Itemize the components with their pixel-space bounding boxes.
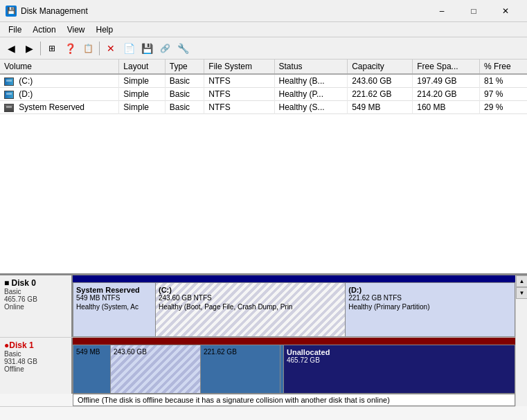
cell-capacity: 221.62 GB (348, 88, 413, 101)
disk-0-row: ■ Disk 0 Basic 465.76 GB Online System R… (0, 275, 515, 338)
part-status: Healthy (Primary Partition) (348, 303, 512, 311)
back-button[interactable]: ◀ (3, 40, 19, 57)
scroll-up-button[interactable]: ▲ (516, 275, 527, 287)
part-name: (C:) (159, 286, 342, 294)
part-info: 549 MB (76, 348, 107, 356)
cell-pct: 97 % (480, 88, 528, 101)
partition-c[interactable]: (C:) 243.60 GB NTFS Healthy (Boot, Page … (156, 282, 346, 337)
menu-action[interactable]: Action (27, 24, 61, 36)
cell-pct: 81 % (480, 74, 528, 88)
part-info: 221.62 GB (204, 348, 277, 356)
partition-d1-p3[interactable]: 221.62 GB (201, 345, 280, 394)
part-status: Healthy (System, Ac (76, 303, 152, 311)
part-name: System Reserved (76, 286, 152, 294)
cell-layout: Simple (119, 88, 165, 101)
volume-icon (4, 91, 14, 99)
link-button[interactable]: 🔗 (157, 40, 173, 57)
table-row[interactable]: (D:) Simple Basic NTFS Healthy (P... 221… (0, 88, 527, 101)
partition-d[interactable]: (D:) 221.62 GB NTFS Healthy (Primary Par… (346, 282, 515, 337)
toolbar: ◀ ▶ ⊞ ❓ 📋 ✕ 📄 💾 🔗 🔧 (0, 37, 527, 60)
disk-1-bar (73, 338, 515, 345)
properties-button[interactable]: 📋 (80, 40, 96, 57)
cell-type: Basic (165, 88, 204, 101)
view-button[interactable]: ⊞ (44, 40, 60, 57)
part-name: (D:) (348, 286, 512, 294)
disk-0-size: 465.76 GB (4, 295, 67, 303)
col-capacity[interactable]: Capacity (348, 60, 413, 74)
cell-volume: System Reserved (0, 101, 119, 114)
part-info: 221.62 GB NTFS (348, 294, 512, 302)
partition-d1-unallocated[interactable]: Unallocated 465.72 GB (284, 345, 515, 394)
cell-fs: NTFS (204, 101, 274, 114)
volume-table-area: Volume Layout Type File System Status Ca… (0, 60, 527, 275)
separator-1 (40, 42, 41, 55)
disk-0-type: Basic (4, 288, 67, 295)
volume-icon (4, 104, 14, 112)
disk-0-parts-row: System Reserved 549 MB NTFS Healthy (Sys… (73, 282, 515, 337)
disk-0-label: ■ Disk 0 Basic 465.76 GB Online (0, 275, 73, 337)
col-pctfree[interactable]: % Free (480, 60, 528, 74)
disk-1-partitions: 549 MB 243.60 GB 221.62 GB Unall (73, 338, 515, 394)
part-info: 243.60 GB (114, 348, 197, 356)
title-bar: 💾 Disk Management – □ ✕ (0, 0, 527, 22)
disk-1-parts-row: 549 MB 243.60 GB 221.62 GB Unall (73, 345, 515, 394)
main-content: Volume Layout Type File System Status Ca… (0, 60, 527, 420)
partition-d1-p1[interactable]: 549 MB (73, 345, 111, 394)
new-button[interactable]: 📄 (120, 40, 137, 57)
cell-status: Healthy (P... (274, 88, 348, 101)
cell-type: Basic (165, 101, 204, 114)
cell-status: Healthy (B... (274, 74, 348, 88)
disk-0-bar (73, 275, 515, 282)
minimize-button[interactable]: – (426, 0, 458, 22)
menu-help[interactable]: Help (91, 24, 119, 36)
window-controls: – □ ✕ (426, 0, 521, 22)
disk-1-label: ●Disk 1 Basic 931.48 GB Offline (0, 338, 73, 394)
col-status[interactable]: Status (274, 60, 348, 74)
cell-free: 214.20 GB (413, 88, 480, 101)
forward-button[interactable]: ▶ (21, 40, 37, 57)
cell-volume: (D:) (0, 88, 119, 101)
disk-1-inner: ●Disk 1 Basic 931.48 GB Offline 549 MB (0, 338, 515, 394)
disk-1-status: Offline (4, 365, 67, 373)
part-info: 465.72 GB (287, 356, 512, 364)
cell-capacity: 549 MB (348, 101, 413, 114)
volume-table: Volume Layout Type File System Status Ca… (0, 60, 527, 114)
scroll-down-button[interactable]: ▼ (516, 287, 527, 299)
partition-system-reserved[interactable]: System Reserved 549 MB NTFS Healthy (Sys… (73, 282, 156, 337)
col-volume[interactable]: Volume (0, 60, 119, 74)
part-status: Healthy (Boot, Page File, Crash Dump, Pr… (159, 303, 342, 311)
separator-2 (99, 42, 100, 55)
table-header-row: Volume Layout Type File System Status Ca… (0, 60, 527, 74)
settings-button[interactable]: 🔧 (175, 40, 191, 57)
cell-type: Basic (165, 74, 204, 88)
disk-1-row: ●Disk 1 Basic 931.48 GB Offline 549 MB (0, 338, 515, 407)
col-filesystem[interactable]: File System (204, 60, 274, 74)
menu-view[interactable]: View (62, 24, 91, 36)
scrollbar[interactable]: ▲ ▼ (515, 275, 527, 406)
cell-volume: (C:) (0, 74, 119, 88)
col-layout[interactable]: Layout (119, 60, 165, 74)
disk-rows: ■ Disk 0 Basic 465.76 GB Online System R… (0, 275, 527, 420)
maximize-button[interactable]: □ (458, 0, 490, 22)
menu-file[interactable]: File (3, 24, 27, 36)
disk-view-area: ■ Disk 0 Basic 465.76 GB Online System R… (0, 275, 527, 420)
close-button[interactable]: ✕ (490, 0, 521, 22)
disk-1-type: Basic (4, 350, 67, 358)
offline-message: Offline (The disk is offline because it … (73, 394, 515, 406)
cell-capacity: 243.60 GB (348, 74, 413, 88)
part-info: 549 MB NTFS (76, 294, 152, 302)
delete-button[interactable]: ✕ (102, 40, 119, 57)
col-freespace[interactable]: Free Spa... (413, 60, 480, 74)
partition-d1-p2[interactable]: 243.60 GB (111, 345, 201, 394)
col-type[interactable]: Type (165, 60, 204, 74)
disk-0-partitions: System Reserved 549 MB NTFS Healthy (Sys… (73, 275, 515, 337)
table-row[interactable]: (C:) Simple Basic NTFS Healthy (B... 243… (0, 74, 527, 88)
save-button[interactable]: 💾 (139, 40, 155, 57)
help-button[interactable]: ❓ (62, 40, 78, 57)
disk-1-name: ●Disk 1 (4, 340, 67, 350)
cell-fs: NTFS (204, 88, 274, 101)
table-row[interactable]: System Reserved Simple Basic NTFS Health… (0, 101, 527, 114)
volume-icon (4, 77, 14, 86)
cell-status: Healthy (S... (274, 101, 348, 114)
cell-pct: 29 % (480, 101, 528, 114)
